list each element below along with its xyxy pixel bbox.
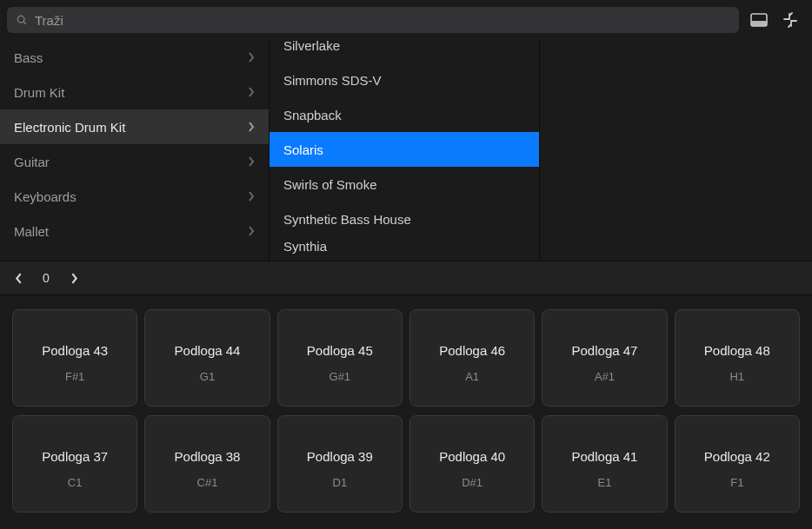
preset-item-snapback[interactable]: Snapback [270,97,539,132]
pad-39[interactable]: Podloga 39 D1 [277,415,403,512]
pad-37[interactable]: Podloga 37 C1 [12,415,137,512]
category-label: Drum Kit [14,85,64,100]
chevron-right-icon [248,155,255,169]
pad-40[interactable]: Podloga 40 D#1 [409,415,535,512]
preset-item-swirls[interactable]: Swirls of Smoke [270,167,539,202]
preset-item-synthia[interactable]: Synthia [270,236,539,254]
chevron-right-icon [248,85,255,100]
chevron-right-icon [248,189,255,204]
pad-label: Podloga 39 [307,449,373,464]
category-label: Mallet [14,224,49,239]
category-label: Bass [14,50,43,65]
category-item-drumkit[interactable]: Drum Kit [0,75,269,109]
preset-label: Synthia [283,239,327,254]
next-button[interactable] [63,267,85,289]
category-item-electronic-drumkit[interactable]: Electronic Drum Kit [0,109,269,144]
pad-note: D1 [333,476,348,489]
svg-point-0 [17,16,24,23]
pad-note: A1 [465,370,479,383]
pad-note: G1 [200,370,215,383]
pads-grid: Podloga 43 F#1 Podloga 44 G1 Podloga 45 … [0,295,812,526]
pad-label: Podloga 44 [175,343,241,358]
preset-list: Silverlake Simmons SDS-V Snapback Solari… [270,40,540,261]
collapse-icon[interactable] [781,10,800,30]
pad-46[interactable]: Podloga 46 A1 [409,309,535,407]
category-label: Electronic Drum Kit [14,120,125,135]
pad-label: Podloga 42 [704,449,770,464]
preset-item-simmons[interactable]: Simmons SDS-V [270,63,539,97]
pad-label: Podloga 45 [307,343,373,358]
detail-panel [540,40,812,261]
category-list: Bass Drum Kit Electronic Drum Kit Guitar… [0,40,270,261]
chevron-right-icon [70,273,78,284]
pad-42[interactable]: Podloga 42 F1 [675,415,800,512]
pad-note: D#1 [462,476,483,489]
pad-38[interactable]: Podloga 38 C#1 [144,415,270,512]
nav-count: 0 [33,271,59,285]
panel-toggle-icon[interactable] [749,10,769,30]
pad-note: F#1 [65,370,84,383]
category-label: Keyboards [14,189,77,204]
pad-43[interactable]: Podloga 43 F#1 [12,309,137,407]
chevron-right-icon [248,120,255,135]
category-item-bass[interactable]: Bass [0,40,269,75]
pad-note: C#1 [197,476,218,489]
pad-note: A#1 [595,370,615,383]
pad-label: Podloga 37 [42,449,108,464]
pad-note: E1 [598,476,612,489]
chevron-right-icon [248,224,255,239]
chevron-right-icon [248,50,255,65]
svg-rect-3 [751,21,767,26]
preset-label: Solaris [283,142,323,157]
svg-line-1 [23,22,26,24]
search-input[interactable] [35,13,730,28]
pad-label: Podloga 43 [42,343,108,358]
preset-label: Synthetic Bass House [283,212,411,227]
chevron-left-icon [15,273,23,284]
pad-41[interactable]: Podloga 41 E1 [542,415,667,512]
category-item-guitar[interactable]: Guitar [0,144,269,179]
pad-label: Podloga 47 [572,343,638,358]
preset-item-silverlake[interactable]: Silverlake [270,40,539,63]
pad-label: Podloga 38 [175,449,241,464]
category-item-keyboards[interactable]: Keyboards [0,179,269,214]
prev-button[interactable] [7,267,30,289]
pad-47[interactable]: Podloga 47 A#1 [542,309,667,407]
pad-label: Podloga 41 [572,449,638,464]
pad-label: Podloga 40 [439,449,505,464]
pad-label: Podloga 48 [704,343,770,358]
pad-label: Podloga 46 [439,343,505,358]
pad-48[interactable]: Podloga 48 H1 [675,309,800,407]
preset-item-synthetic-bass[interactable]: Synthetic Bass House [270,202,539,236]
pad-note: H1 [729,370,744,383]
category-label: Guitar [14,155,50,169]
preset-label: Swirls of Smoke [283,177,377,192]
search-field[interactable] [7,7,739,33]
preset-item-solaris[interactable]: Solaris [270,132,539,167]
search-icon [16,14,28,26]
pad-note: G#1 [329,370,351,383]
preset-label: Silverlake [283,40,340,53]
preset-label: Simmons SDS-V [283,73,382,88]
category-item-mallet[interactable]: Mallet [0,214,269,248]
pad-note: F1 [730,476,743,489]
pad-44[interactable]: Podloga 44 G1 [144,309,270,407]
pad-note: C1 [68,476,83,489]
pad-45[interactable]: Podloga 45 G#1 [277,309,403,407]
preset-label: Snapback [283,108,342,122]
